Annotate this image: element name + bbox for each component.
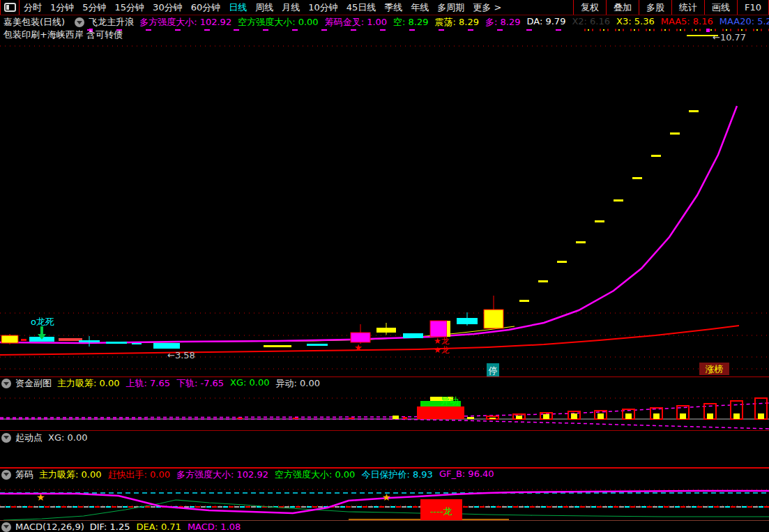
fund-chart[interactable]: 异动 bbox=[0, 389, 769, 430]
fund-panel-title: 资金副图 bbox=[15, 378, 52, 389]
fund-panel-values: 主力吸筹: 0.00上轨: 7.65下轨: -7.65XG: 0.00异动: 0… bbox=[57, 378, 326, 389]
indicator-MACD: MACD: 1.08 bbox=[188, 522, 241, 532]
indicator-空: 空: 8.29 bbox=[393, 16, 428, 29]
indicator-多方强度大小: 多方强度大小: 102.92 bbox=[139, 16, 231, 29]
indicator-MAA5: MAA5: 8.16 bbox=[661, 16, 713, 29]
indicator-异动: 异动: 0.00 bbox=[276, 378, 320, 389]
toolbar-divider bbox=[0, 0, 1, 15]
start-panel-title: 起动点 bbox=[15, 432, 43, 443]
toolbar-button-多股[interactable]: 多股 bbox=[639, 0, 671, 15]
indicator-DA: DA: 9.79 bbox=[527, 16, 566, 29]
period-tab-更多 >[interactable]: 更多 > bbox=[473, 1, 501, 14]
toolbar-button-画线[interactable]: 画线 bbox=[704, 0, 737, 15]
collapse-icon[interactable] bbox=[1, 522, 11, 532]
title-row: 嘉美包装(日线) 飞龙主升浪 多方强度大小: 102.92空方强度大小: 0.0… bbox=[0, 16, 769, 29]
svg-text:停: 停 bbox=[489, 365, 498, 376]
chips-panel-title: 筹码 bbox=[15, 469, 33, 480]
indicator-震荡: 震荡: 8.29 bbox=[435, 16, 479, 29]
start-panel-header: 起动点 XG: 0.00 bbox=[0, 432, 769, 443]
info-row: 包装印刷+海峡西岸 含可转债 bbox=[0, 29, 769, 40]
indicator-name: 飞龙主升浪 bbox=[89, 16, 134, 29]
svg-text:涨榜: 涨榜 bbox=[706, 364, 724, 374]
period-tab-15分钟[interactable]: 15分钟 bbox=[115, 1, 145, 14]
indicator-空方强度大小: 空方强度大小: 0.00 bbox=[275, 469, 355, 480]
window-icon[interactable] bbox=[4, 3, 16, 12]
indicator-多方强度大小: 多方强度大小: 102.92 bbox=[176, 469, 268, 480]
period-tab-月线[interactable]: 月线 bbox=[282, 1, 300, 14]
collapse-icon[interactable] bbox=[1, 470, 11, 480]
period-tab-45日线[interactable]: 45日线 bbox=[347, 1, 376, 14]
sector-info: 包装印刷+海峡西岸 含可转债 bbox=[3, 29, 123, 40]
toolbar-button-叠加[interactable]: 叠加 bbox=[606, 0, 639, 15]
stock-title: 嘉美包装(日线) bbox=[3, 16, 65, 29]
indicator-主力吸筹: 主力吸筹: 0.00 bbox=[39, 469, 101, 480]
indicator-赶快出手: 赶快出手: 0.00 bbox=[107, 469, 169, 480]
period-tab-30分钟[interactable]: 30分钟 bbox=[153, 1, 183, 14]
indicator-下轨: 下轨: -7.65 bbox=[176, 378, 224, 389]
svg-text:★: ★ bbox=[382, 492, 391, 503]
period-tab-60分钟[interactable]: 60分钟 bbox=[191, 1, 221, 14]
period-tab-分时[interactable]: 分时 bbox=[24, 1, 42, 14]
indicator-上轨: 上轨: 7.65 bbox=[125, 378, 169, 389]
indicator-X3: X3: 5.36 bbox=[616, 16, 655, 29]
panel-separator[interactable] bbox=[0, 430, 769, 431]
period-tab-周线[interactable]: 周线 bbox=[255, 1, 273, 14]
macd-panel-title: MACD(12,26,9) bbox=[15, 522, 84, 532]
indicator-X2: X2: 6.16 bbox=[572, 16, 610, 29]
chips-panel-values: 主力吸筹: 0.00赶快出手: 0.00多方强度大小: 102.92空方强度大小… bbox=[39, 469, 501, 480]
collapse-icon[interactable] bbox=[1, 433, 11, 443]
indicator-XG: XG: 0.00 bbox=[230, 378, 269, 389]
toolbar-button-复权[interactable]: 复权 bbox=[573, 0, 606, 15]
svg-text:★龙: ★龙 bbox=[434, 345, 450, 355]
period-tab-5分钟[interactable]: 5分钟 bbox=[82, 1, 106, 14]
svg-text:----龙: ----龙 bbox=[430, 506, 452, 517]
panel-separator[interactable] bbox=[0, 377, 769, 377]
period-tabs: 分时1分钟5分钟15分钟30分钟60分钟日线周线月线10分钟45日线季线年线多周… bbox=[20, 1, 505, 14]
period-tab-日线[interactable]: 日线 bbox=[229, 1, 247, 14]
period-tab-10分钟[interactable]: 10分钟 bbox=[308, 1, 338, 14]
svg-text:o龙死: o龙死 bbox=[31, 317, 54, 327]
toolbar-right-buttons: 复权叠加多股统计画线F10 bbox=[573, 0, 769, 15]
collapse-icon[interactable] bbox=[1, 379, 11, 388]
indicator-主力吸筹: 主力吸筹: 0.00 bbox=[57, 378, 119, 389]
start-panel-values: XG: 0.00 bbox=[48, 432, 93, 443]
period-toolbar: 分时1分钟5分钟15分钟30分钟60分钟日线周线月线10分钟45日线季线年线多周… bbox=[0, 0, 769, 15]
panel-separator[interactable] bbox=[0, 520, 769, 521]
toolbar-button-F10[interactable]: F10 bbox=[737, 0, 769, 15]
indicator-筹码金叉: 筹码金叉: 1.00 bbox=[325, 16, 387, 29]
trading-app-window: 分时1分钟5分钟15分钟30分钟60分钟日线周线月线10分钟45日线季线年线多周… bbox=[0, 0, 769, 532]
main-chart[interactable]: ←10.77o龙死←3.58★★龙★龙停涨榜 bbox=[0, 29, 769, 377]
indicator-空方强度大小: 空方强度大小: 0.00 bbox=[238, 16, 318, 29]
toolbar-button-统计[interactable]: 统计 bbox=[671, 0, 704, 15]
svg-text:★龙: ★龙 bbox=[434, 336, 450, 346]
fund-panel-header: 资金副图 主力吸筹: 0.00上轨: 7.65下轨: -7.65XG: 0.00… bbox=[0, 378, 769, 389]
collapse-icon[interactable] bbox=[75, 17, 84, 27]
indicator-DIF: DIF: 1.25 bbox=[90, 522, 130, 532]
indicator-XG: XG: 0.00 bbox=[48, 432, 87, 443]
svg-text:★: ★ bbox=[36, 492, 45, 503]
indicator-今日保护价: 今日保护价: 8.93 bbox=[361, 469, 432, 480]
svg-text:异动: 异动 bbox=[441, 395, 459, 406]
macd-panel-values: DIF: 1.25DEA: 0.71MACD: 1.08 bbox=[90, 522, 248, 532]
svg-text:★: ★ bbox=[354, 342, 363, 353]
chips-chart[interactable]: ----龙★★ bbox=[0, 481, 769, 520]
macd-panel-header: MACD(12,26,9) DIF: 1.25DEA: 0.71MACD: 1.… bbox=[0, 522, 769, 532]
period-tab-1分钟[interactable]: 1分钟 bbox=[50, 1, 74, 14]
period-tab-季线[interactable]: 季线 bbox=[384, 1, 402, 14]
indicator-GF_B: GF_B: 96.40 bbox=[439, 469, 494, 480]
period-tab-多周期[interactable]: 多周期 bbox=[437, 1, 464, 14]
indicator-values: 多方强度大小: 102.92空方强度大小: 0.00筹码金叉: 1.00空: 8… bbox=[139, 16, 769, 29]
svg-text:←3.58: ←3.58 bbox=[167, 350, 195, 360]
indicator-DEA: DEA: 0.71 bbox=[137, 522, 181, 532]
indicator-MAA20: MAA20: 5.26 bbox=[719, 16, 769, 29]
indicator-多: 多: 8.29 bbox=[485, 16, 520, 29]
period-tab-年线[interactable]: 年线 bbox=[411, 1, 429, 14]
chips-panel-header: 筹码 主力吸筹: 0.00赶快出手: 0.00多方强度大小: 102.92空方强… bbox=[0, 469, 769, 480]
